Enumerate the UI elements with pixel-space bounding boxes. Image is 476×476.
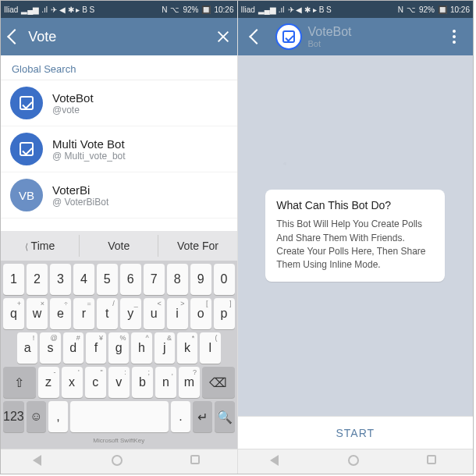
nav-home-button[interactable] [348,455,362,469]
start-button[interactable]: START [238,416,474,449]
bot-avatar-icon [10,87,43,119]
nav-back-button[interactable] [33,455,47,469]
triangle-back-icon [270,455,279,466]
nav-recents-button[interactable] [427,455,441,469]
key-2[interactable]: 2 [27,264,48,295]
key-4[interactable]: 4 [73,264,94,295]
key-m[interactable]: m? [179,367,200,398]
key-p[interactable]: p] [214,298,235,329]
search-result-row[interactable]: VoteBot @vote [1,80,237,126]
kebab-menu-icon [453,30,456,44]
key-y[interactable]: y_ [120,298,141,329]
key-1[interactable]: 1 [3,264,24,295]
square-recents-icon [427,455,436,464]
checkbox-icon [20,142,34,156]
key-f[interactable]: f¥ [86,332,106,364]
key-j[interactable]: j& [155,332,175,364]
period-key[interactable]: . [171,401,190,432]
search-key[interactable]: 🔍 [215,401,234,432]
keyboard-row-bottom: 123 ☺ , . ↵ 🔍 [3,401,235,432]
comma-key[interactable]: , [48,401,68,432]
menu-button[interactable] [442,24,467,49]
key-d[interactable]: d# [63,332,83,364]
keyboard-row-2: a!s@d#f¥g%h^j&k*l( [3,332,235,364]
key-i[interactable]: i> [167,298,188,329]
key-o[interactable]: o[ [190,298,211,329]
key-g[interactable]: g% [108,332,129,364]
key-s[interactable]: s@ [40,332,60,364]
key-k[interactable]: k* [177,332,197,364]
clear-search-button[interactable] [215,24,230,49]
chat-subtitle: Bot [308,39,436,48]
carrier-label: Iliad [4,5,18,14]
key-b[interactable]: b; [132,367,153,398]
nav-home-button[interactable] [112,455,126,469]
enter-key[interactable]: ↵ [193,401,212,432]
key-x[interactable]: x' [62,367,83,398]
back-button[interactable] [244,24,269,49]
circle-home-icon [112,455,123,466]
keyboard-suggestion-bar: ⟨ Time Vote Vote For [1,231,237,261]
key-t[interactable]: t/ [97,298,118,329]
checkbox-icon [20,96,34,110]
key-h[interactable]: h^ [131,332,151,364]
bubble-body: This Bot Will Help You Create Polls And … [276,218,434,272]
shift-key[interactable]: ⇧ [3,367,36,398]
android-navbar [1,449,237,474]
key-e[interactable]: e÷ [50,298,71,329]
search-results: VoteBot @vote Multi Vote Bot @ Multi_vot… [1,80,237,218]
status-bar: Iliad ▂▄▆ .ıl ✈ ◀ ✱ ▸ B S N ⌥ 92% 🔲 10:2… [238,1,474,18]
bubble-title: What Can This Bot Do? [276,199,434,211]
search-result-row[interactable]: Multi Vote Bot @ Multi_vote_bot [1,126,237,172]
arrow-left-icon [9,31,20,42]
key-u[interactable]: u< [144,298,165,329]
key-a[interactable]: a! [17,332,37,364]
keyboard-row-3: ⇧ z-x'c"v:b;n,m? ⌫ [3,367,235,398]
spacebar-key[interactable] [70,401,169,432]
key-v[interactable]: v: [108,367,130,398]
key-5[interactable]: 5 [97,264,118,295]
bot-avatar[interactable] [275,23,302,50]
key-n[interactable]: n, [155,367,176,398]
bluetooth-icon: ⌥ [170,5,179,14]
initials-avatar: VB [10,179,43,211]
key-8[interactable]: 8 [167,264,188,295]
key-w[interactable]: w× [27,298,48,329]
carrier-label: Iliad [241,5,255,14]
bot-info-bubble: What Can This Bot Do? This Bot Will Help… [265,190,445,282]
search-input[interactable] [28,29,209,45]
key-7[interactable]: 7 [144,264,165,295]
chat-area[interactable]: What Can This Bot Do? This Bot Will Help… [238,55,474,416]
search-appbar [1,18,237,55]
symbols-key[interactable]: 123 [3,401,24,432]
key-0[interactable]: 0 [214,264,235,295]
status-extra-icons: ✈ ◀ ✱ ▸ B S [51,5,94,14]
key-c[interactable]: c" [85,367,106,398]
suggestion[interactable]: ⟨ Time [1,235,80,257]
key-q[interactable]: q+ [3,298,24,329]
key-6[interactable]: 6 [120,264,141,295]
close-icon [216,30,230,44]
key-r[interactable]: r= [73,298,94,329]
checkbox-icon [282,30,295,43]
result-handle: @ Multi_vote_bot [52,151,126,162]
triangle-back-icon [33,455,41,466]
back-button[interactable] [7,24,22,49]
backspace-key[interactable]: ⌫ [202,367,235,398]
key-l[interactable]: l( [200,332,220,364]
nav-back-button[interactable] [270,455,284,469]
signal-icon: ▂▄▆ .ıl [21,5,48,14]
key-9[interactable]: 9 [190,264,211,295]
keyboard-row-1: q+w×e÷r=t/y_u<i>o[p] [3,298,235,329]
emoji-key[interactable]: ☺ [27,401,46,432]
result-handle: @vote [52,105,94,115]
key-z[interactable]: z- [38,367,59,398]
chat-title-block[interactable]: VoteBot Bot [308,25,436,48]
result-name: VoterBi [52,183,108,197]
suggestion[interactable]: Vote [80,235,158,257]
search-result-row[interactable]: VB VoterBi @ VoterBiBot [1,172,237,218]
chat-title: VoteBot [308,25,436,39]
key-3[interactable]: 3 [50,264,71,295]
suggestion[interactable]: Vote For [158,235,236,257]
nav-recents-button[interactable] [190,455,204,469]
